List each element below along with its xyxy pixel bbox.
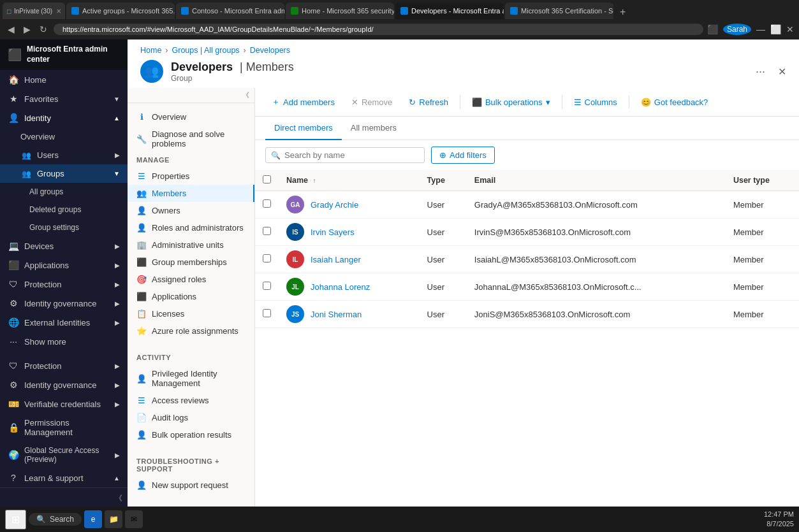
profile-icon[interactable]: Sarah [723,24,751,35]
tab-direct-members[interactable]: Direct members [265,117,342,140]
breadcrumb-groups[interactable]: Groups | All groups [172,46,240,55]
sidebar-item-all-groups[interactable]: All groups [0,183,128,201]
browser-tab-5[interactable]: Developers - Microsoft Entra a... ✕ [395,3,504,19]
sidebar-item-identity-governance-2[interactable]: ⚙ Identity governance ▶ [0,375,128,394]
sidebar-item-permissions-management[interactable]: 🔒 Permissions Management [0,413,128,442]
sidebar-item-overview[interactable]: Overview [0,127,128,146]
browser-tab-1[interactable]: ◻ InPrivate (30) ✕ [3,3,65,19]
refresh-button[interactable]: ↻ Refresh [402,94,455,110]
sidebar-item-applications[interactable]: ⬛ Applications ▶ [0,255,128,275]
feedback-button[interactable]: 😊 Got feedback? [634,94,715,110]
sub-menu-bulk-operation-results[interactable]: 👤 Bulk operation results [128,426,254,443]
row-checkbox[interactable] [263,199,271,208]
extensions-icon[interactable]: ⬛ [707,24,718,34]
row-checkbox-cell[interactable] [255,273,279,301]
bulk-operations-button[interactable]: ⬛ Bulk operations ▾ [465,94,557,110]
taskbar-search[interactable]: 🔍 Search [29,513,82,526]
add-members-button[interactable]: ＋ Add members [265,93,341,111]
col-type[interactable]: Type [420,170,467,191]
sub-menu-applications[interactable]: ⬛ Applications [128,288,254,305]
sidebar-item-global-secure-access[interactable]: 🌍 Global Secure Access (Preview) ▶ [0,442,128,468]
address-bar[interactable] [54,24,703,35]
user-name[interactable]: Isaiah Langer [311,255,361,264]
tabs-row: Direct members All members [255,117,799,140]
row-checkbox[interactable] [263,282,271,290]
start-button[interactable]: ⊞ [5,510,26,529]
close-window-icon[interactable]: ✕ [786,24,794,34]
roles-icon: 👤 [136,223,147,233]
user-name[interactable]: Grady Archie [311,200,358,210]
sub-menu-properties[interactable]: ☰ Properties [128,168,254,185]
sidebar-item-show-more[interactable]: ··· Show more [0,332,128,351]
sub-menu-pim[interactable]: 👤 Privileged Identity Management [128,365,254,392]
sub-menu-licenses[interactable]: 📋 Licenses [128,305,254,322]
breadcrumb-home[interactable]: Home [140,46,161,55]
sub-menu-access-reviews[interactable]: ☰ Access reviews [128,392,254,409]
browser-tab-6[interactable]: Microsoft 365 Certification - Se... ✕ [505,3,613,19]
sidebar-item-verifiable-credentials[interactable]: 🎫 Verifiable credentials ▶ [0,394,128,413]
new-tab-button[interactable]: + [617,5,628,19]
close-panel-icon[interactable]: ✕ [778,66,786,78]
user-name[interactable]: Irvin Sayers [311,227,355,237]
row-checkbox-cell[interactable] [255,246,279,273]
sidebar-item-group-settings[interactable]: Group settings [0,219,128,236]
row-checkbox-cell[interactable] [255,301,279,328]
col-user-type[interactable]: User type [726,170,799,191]
sub-sidebar-collapse-button[interactable]: 《 [242,90,249,100]
col-email[interactable]: Email [467,170,726,191]
taskbar-app-explorer[interactable]: 📁 [105,510,122,528]
forward-button[interactable]: ▶ [21,23,33,36]
minimize-icon[interactable]: — [756,24,765,34]
sidebar-item-external-identities[interactable]: 🌐 External Identities ▶ [0,313,128,332]
row-checkbox-cell[interactable] [255,191,279,219]
browser-tab-4[interactable]: Home - Microsoft 365 security ✕ [286,3,394,19]
sub-menu-roles-administrators[interactable]: 👤 Roles and administrators [128,219,254,236]
sidebar-item-protection[interactable]: 🛡 Protection ▶ [0,275,128,294]
row-checkbox[interactable] [263,227,271,235]
columns-button[interactable]: ☰ Columns [568,94,624,110]
sub-menu-owners[interactable]: 👤 Owners [128,202,254,219]
sub-menu-azure-role-assignments[interactable]: ⭐ Azure role assignments [128,322,254,340]
sidebar-item-favorites[interactable]: ★ Favorites ▼ [0,89,128,108]
row-checkbox-cell[interactable] [255,219,279,246]
row-checkbox[interactable] [263,254,271,262]
sub-menu-diagnose[interactable]: 🔧 Diagnose and solve problems [128,126,254,152]
sidebar-item-home[interactable]: 🏠 Home [0,70,128,89]
sub-menu-azure-role-label: Azure role assignments [152,326,238,336]
sub-menu-assigned-roles[interactable]: 🎯 Assigned roles [128,271,254,288]
sidebar-item-identity[interactable]: 👤 Identity ▲ [0,108,128,127]
col-name[interactable]: Name ↑ [279,170,420,191]
sub-menu-admin-units[interactable]: 🏢 Administrative units [128,236,254,254]
search-input[interactable] [284,150,419,160]
remove-button[interactable]: ✕ Remove [345,94,399,110]
tab-all-members[interactable]: All members [342,117,406,140]
sidebar-collapse-button[interactable]: 《 [115,493,122,504]
sidebar-item-identity-governance[interactable]: ⚙ Identity governance ▶ [0,294,128,313]
sidebar-item-deleted-groups[interactable]: Deleted groups [0,201,128,219]
sub-menu-audit-logs[interactable]: 📄 Audit logs [128,409,254,426]
user-name[interactable]: Joni Sherman [311,310,362,319]
learn-support-icon: ? [8,473,19,483]
browser-tab-2[interactable]: Active groups - Microsoft 365... ✕ [66,3,175,19]
more-options-icon[interactable]: ··· [756,65,765,78]
add-filters-button[interactable]: ⊕ Add filters [431,147,495,164]
sub-menu-group-memberships[interactable]: ⬛ Group memberships [128,254,254,271]
sidebar-item-protection-2[interactable]: 🛡 Protection ▶ [0,356,128,375]
row-checkbox[interactable] [263,309,271,317]
maximize-icon[interactable]: ⬜ [770,24,781,34]
taskbar-app-edge[interactable]: e [84,510,102,528]
reload-button[interactable]: ↻ [37,23,50,36]
sidebar-item-learn-support[interactable]: ? Learn & support ▲ [0,468,128,487]
back-button[interactable]: ◀ [5,23,17,36]
sidebar-item-devices[interactable]: 💻 Devices ▶ [0,236,128,255]
browser-tab-3[interactable]: Contoso - Microsoft Entra adm... ✕ [176,3,284,19]
select-all-checkbox[interactable] [263,175,271,183]
sub-menu-members[interactable]: 👥 Members [128,185,254,202]
sub-menu-overview[interactable]: ℹ Overview [128,108,254,126]
sidebar-item-users[interactable]: 👥 Users ▶ [0,146,128,164]
sidebar-item-groups[interactable]: 👥 Groups ▼ [0,164,128,183]
user-name[interactable]: Johanna Lorenz [311,282,370,292]
sub-menu-new-support-request[interactable]: 👤 New support request [128,477,254,494]
taskbar-app-mail[interactable]: ✉ [125,510,143,528]
select-all-header[interactable] [255,170,279,191]
